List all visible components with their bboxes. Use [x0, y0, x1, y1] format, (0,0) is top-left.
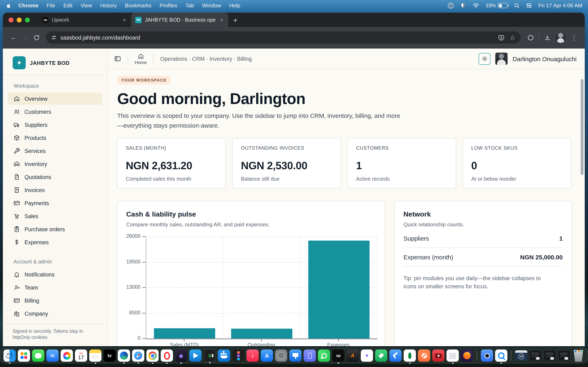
finder-dock-icon[interactable]: [3, 350, 16, 362]
asphalt-dock-icon[interactable]: A: [346, 350, 359, 362]
browser-menu-icon[interactable]: ⋮: [568, 32, 580, 43]
edge-dock-icon[interactable]: [118, 350, 130, 362]
reload-button[interactable]: [31, 32, 42, 43]
new-tab-button[interactable]: +: [233, 17, 237, 24]
vapp-dock-icon[interactable]: ▼: [361, 350, 373, 362]
sidebar-item-invoices[interactable]: Invoices: [8, 184, 102, 196]
user-name[interactable]: Darlington Onuaguluchi: [512, 55, 577, 62]
notes-dock-icon[interactable]: [89, 350, 102, 362]
bookmark-star-icon[interactable]: ☆: [507, 32, 518, 43]
camo-dock-icon[interactable]: [481, 350, 493, 362]
menu-item-edit[interactable]: Edit: [59, 0, 77, 11]
sidebar-item-company[interactable]: Company: [8, 308, 102, 320]
sidebar-item-inventory[interactable]: Inventory: [8, 158, 102, 170]
theme-toggle-button[interactable]: [479, 53, 490, 65]
menu-item-file[interactable]: File: [43, 0, 59, 11]
sidebar-item-products[interactable]: Products: [8, 132, 102, 144]
close-window-button[interactable]: [9, 17, 13, 22]
appletv-dock-icon[interactable]: tv: [104, 350, 116, 362]
apple-menu-icon[interactable]: [6, 2, 12, 9]
textedit-dock-icon[interactable]: [447, 350, 459, 362]
settings-dock-icon[interactable]: ⚙: [275, 350, 287, 362]
xcode-dock-icon[interactable]: [389, 350, 402, 362]
address-bar[interactable]: saasbod.jahbyte.com/dashboard ☆: [46, 31, 521, 44]
menu-item-profiles[interactable]: Profiles: [156, 0, 182, 11]
user-avatar[interactable]: [495, 53, 508, 65]
downloads-icon[interactable]: [541, 32, 553, 43]
back-button[interactable]: ←: [8, 32, 19, 43]
tab-close-icon[interactable]: ×: [219, 16, 224, 24]
menu-item-view[interactable]: View: [77, 0, 96, 11]
terminal-window-3-dock-icon[interactable]: [558, 350, 570, 361]
sidebar-item-purchase-orders[interactable]: Purchase orders: [8, 223, 102, 235]
sidebar-item-payments[interactable]: Payments: [8, 197, 102, 209]
url-text[interactable]: saasbod.jahbyte.com/dashboard: [61, 34, 495, 41]
upwork-dock-icon[interactable]: up: [332, 350, 345, 362]
chrome-dock-icon[interactable]: [146, 350, 159, 362]
photobooth-dock-icon[interactable]: [432, 350, 444, 362]
sidebar-item-sales[interactable]: Sales: [8, 210, 102, 222]
widgets-dock-icon[interactable]: [18, 350, 30, 362]
page-scrollbar[interactable]: [581, 79, 584, 175]
quicktime-dock-icon[interactable]: [495, 350, 507, 362]
sidebar-item-overview[interactable]: Overview: [8, 92, 102, 105]
terminal-window-2-dock-icon[interactable]: [544, 350, 556, 361]
calendar-dock-icon[interactable]: [75, 350, 87, 362]
control-center-icon[interactable]: [526, 2, 532, 8]
sidebar-item-suppliers[interactable]: Suppliers: [8, 119, 102, 131]
minimize-window-button[interactable]: [17, 17, 22, 22]
vscode-dock-icon[interactable]: [189, 350, 201, 362]
menu-item-bookmarks[interactable]: Bookmarks: [121, 0, 156, 11]
menu-item-help[interactable]: Help: [225, 0, 244, 11]
obsidian-dock-icon[interactable]: ◆: [175, 350, 187, 362]
sidebar-item-services[interactable]: Services: [8, 145, 102, 157]
extensions-icon[interactable]: [525, 32, 536, 43]
wifi-icon[interactable]: [473, 3, 480, 8]
forward-button[interactable]: →: [19, 32, 31, 43]
battery-indicator[interactable]: 33%: [486, 3, 508, 8]
messages-dock-icon[interactable]: [32, 350, 44, 362]
trash-dock-icon[interactable]: [572, 350, 585, 362]
spotlight-icon[interactable]: [514, 2, 520, 8]
menu-item-window[interactable]: Window: [198, 0, 225, 11]
browser-tab-active[interactable]: REJAHBYTE BOD · Business ope×: [131, 13, 228, 27]
music-dock-icon[interactable]: ♪: [246, 350, 259, 362]
appstore-dock-icon[interactable]: A: [261, 350, 273, 362]
safari-dock-icon[interactable]: [132, 350, 144, 362]
keynote-dock-icon[interactable]: [289, 350, 302, 362]
tab-close-icon[interactable]: ×: [122, 16, 127, 24]
menu-bar-clock[interactable]: Fri 17 Apr 4:06 AM: [538, 2, 582, 8]
terminal-dock-icon[interactable]: $: [204, 350, 216, 362]
terminal-window-1-dock-icon[interactable]: [529, 350, 542, 361]
browser-profile-avatar[interactable]: [555, 32, 566, 43]
photos-dock-icon[interactable]: [61, 350, 73, 362]
sidebar-item-billing[interactable]: Billing: [8, 294, 102, 307]
sidebar-item-customers[interactable]: Customers: [8, 106, 102, 118]
sidebar-item-quotations[interactable]: Quotations: [8, 171, 102, 183]
upwork-status-icon[interactable]: up: [448, 2, 454, 9]
browser-tab-inactive[interactable]: upUpwork×: [38, 13, 131, 27]
menu-item-chrome[interactable]: Chrome: [14, 0, 43, 11]
shield-status-icon[interactable]: [460, 2, 467, 8]
breadcrumb-home[interactable]: Home: [135, 53, 147, 65]
home-label[interactable]: Home: [135, 60, 147, 65]
sims-dock-icon[interactable]: [375, 350, 387, 362]
firefox-dock-icon[interactable]: [461, 350, 473, 362]
figma-dock-icon[interactable]: [232, 350, 244, 362]
sidebar-item-notifications[interactable]: Notifications: [8, 268, 102, 281]
sidebar-item-team[interactable]: Team: [8, 281, 102, 294]
menu-item-history[interactable]: History: [96, 0, 121, 11]
whatsapp-dock-icon[interactable]: [318, 350, 330, 362]
site-info-icon[interactable]: [51, 35, 57, 40]
vw-document-dock-icon[interactable]: [515, 350, 527, 361]
install-app-icon[interactable]: [495, 32, 507, 43]
zoom-window-button[interactable]: [25, 17, 30, 22]
iphone-mirroring-dock-icon[interactable]: [303, 350, 316, 362]
mail-dock-icon[interactable]: ✉: [46, 350, 59, 362]
sidebar-toggle-icon[interactable]: [114, 55, 121, 62]
docker-dock-icon[interactable]: [218, 350, 230, 362]
menu-item-tab[interactable]: Tab: [182, 0, 198, 11]
sidebar-item-expenses[interactable]: Expenses: [8, 236, 102, 248]
mongodb-dock-icon[interactable]: [404, 350, 416, 362]
postman-dock-icon[interactable]: [418, 350, 430, 362]
